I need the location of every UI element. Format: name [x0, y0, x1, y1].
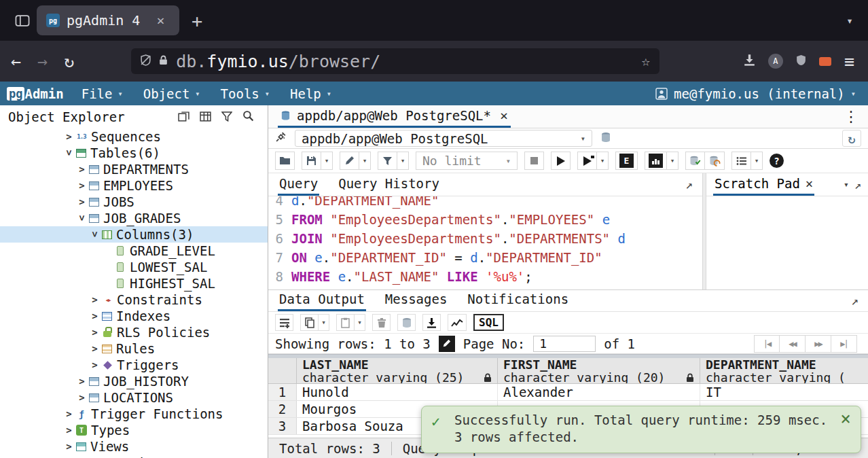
tree-item-countries[interactable]: >countries: [0, 455, 268, 458]
paste-options-button[interactable]: ▾: [355, 314, 365, 331]
tree-item-job-history[interactable]: >JOB_HISTORY: [0, 373, 268, 389]
scratch-pad-close-icon[interactable]: ×: [806, 176, 813, 191]
sql-popup-button[interactable]: SQL: [473, 314, 504, 331]
new-connection-icon[interactable]: [600, 132, 611, 145]
browser-view-icon[interactable]: [15, 15, 30, 27]
download-results-button[interactable]: [422, 314, 441, 331]
collapse-all-icon[interactable]: [178, 109, 189, 124]
tree-expand-icon[interactable]: >: [63, 131, 75, 142]
tree-item-rules[interactable]: >Rules: [0, 340, 268, 357]
tree-item-tables-6-[interactable]: >Tables(6): [0, 145, 268, 161]
tree-item-triggers[interactable]: >Triggers: [0, 357, 268, 373]
tree-expand-icon[interactable]: >: [89, 343, 101, 354]
tree-expand-icon[interactable]: >: [63, 408, 75, 419]
tree-expand-icon[interactable]: >: [76, 180, 88, 191]
tab-query[interactable]: Query: [278, 174, 319, 196]
macros-options-button[interactable]: ▾: [751, 152, 763, 170]
last-page-button[interactable]: ▶|: [831, 335, 857, 353]
tree-expand-icon[interactable]: >: [76, 164, 88, 175]
column-header-last_name[interactable]: LAST_NAMEcharacter varying (25): [297, 358, 498, 383]
tree-expand-icon[interactable]: >: [76, 376, 88, 387]
url-bar[interactable]: db.fymio.us/browser/ ☆: [131, 48, 659, 74]
column-header-department_name[interactable]: DEPARTMENT_NAMEcharacter varying (: [700, 358, 868, 383]
filter-icon[interactable]: [221, 109, 232, 124]
help-button[interactable]: ?: [770, 154, 784, 168]
edit-button[interactable]: [340, 152, 359, 170]
tree-expand-icon[interactable]: >: [76, 392, 88, 403]
execute-options-button[interactable]: ▾: [597, 152, 609, 170]
save-button[interactable]: [302, 152, 321, 170]
tab-close-icon[interactable]: ×: [500, 107, 508, 124]
row-number[interactable]: 3: [268, 418, 297, 434]
tree-item-lowest-sal[interactable]: >LOWEST_SAL: [0, 259, 268, 275]
column-header-first_name[interactable]: FIRST_NAMEcharacter varying (20): [498, 358, 700, 383]
tree-item-columns-3-[interactable]: >Columns(3): [0, 226, 268, 243]
tree-expand-icon[interactable]: >: [76, 196, 88, 207]
menu-object[interactable]: Object▾: [143, 86, 200, 101]
tab-close-icon[interactable]: ×: [156, 12, 164, 29]
chevron-down-icon[interactable]: ▾: [844, 179, 849, 190]
tree-item-grade-level[interactable]: >GRADE_LEVEL: [0, 243, 268, 259]
back-button[interactable]: ←: [11, 52, 21, 71]
cancel-query-button[interactable]: [524, 152, 544, 170]
save-options-button[interactable]: ▾: [321, 152, 333, 170]
commit-button[interactable]: [685, 152, 705, 170]
tree-collapse-icon[interactable]: >: [90, 229, 101, 241]
connection-select[interactable]: appdb/app@Web PostgreSQL ▾: [295, 130, 592, 147]
tree-item-job-grades[interactable]: >JOB_GRADES: [0, 210, 268, 226]
tab-data-output[interactable]: Data Output: [278, 289, 366, 311]
search-icon[interactable]: [242, 109, 254, 124]
new-tab-button[interactable]: +: [192, 10, 202, 31]
tree-item-types[interactable]: >Types: [0, 422, 268, 438]
add-row-button[interactable]: [275, 314, 293, 331]
scratch-pad-tab[interactable]: Scratch Pad ×: [713, 173, 814, 196]
bookmark-star-icon[interactable]: ☆: [642, 53, 651, 69]
tree-item-views[interactable]: >Views: [0, 438, 268, 455]
toast-close-icon[interactable]: ×: [840, 410, 851, 427]
first-page-button[interactable]: |◀: [754, 335, 780, 353]
tree-expand-icon[interactable]: >: [63, 425, 75, 436]
tree-expand-icon[interactable]: >: [89, 294, 101, 305]
copy-button[interactable]: [300, 314, 319, 331]
select-all-corner[interactable]: [268, 358, 297, 383]
menu-hamburger-icon[interactable]: ≡: [844, 52, 854, 71]
pgadmin-logo[interactable]: pgAdmin: [7, 86, 64, 101]
tree-item-rls-policies[interactable]: >RLS Policies: [0, 324, 268, 340]
tree-expand-icon[interactable]: >: [89, 311, 101, 321]
grid-cell[interactable]: Hunold: [297, 384, 498, 400]
execute-button[interactable]: [551, 152, 571, 170]
tab-query-history[interactable]: Query History: [337, 174, 441, 196]
tree-item-trigger-functions[interactable]: >Trigger Functions: [0, 406, 268, 422]
tree-collapse-icon[interactable]: >: [64, 147, 75, 159]
edit-range-button[interactable]: [439, 336, 455, 352]
connection-status-icon[interactable]: [275, 131, 287, 145]
tree-item-jobs[interactable]: >JOBS: [0, 194, 268, 210]
explain-button[interactable]: E: [615, 152, 638, 170]
tab-list-chevron-icon[interactable]: ▾: [846, 14, 860, 27]
tree-item-indexes[interactable]: >Indexes: [0, 308, 268, 324]
forward-button[interactable]: →: [37, 52, 48, 71]
row-number[interactable]: 1: [268, 384, 297, 400]
lock-icon[interactable]: [159, 55, 168, 68]
tree-item-sequences[interactable]: >Sequences: [0, 128, 268, 145]
query-tool-tab[interactable]: appdb/app@Web PostgreSQL* ×: [278, 105, 511, 128]
previous-page-button[interactable]: ◀◀: [780, 335, 806, 353]
tree-item-departments[interactable]: >DEPARTMENTS: [0, 161, 268, 177]
tree-expand-icon[interactable]: >: [89, 359, 101, 370]
scratch-pad-body[interactable]: [706, 196, 868, 289]
tab-messages[interactable]: Messages: [384, 289, 449, 311]
grid-cell[interactable]: Alexander: [498, 384, 700, 400]
screen-share-indicator-icon[interactable]: [819, 57, 831, 66]
tree-item-highest-sal[interactable]: >HIGHEST_SAL: [0, 275, 268, 292]
grid-view-icon[interactable]: [200, 109, 211, 124]
row-number[interactable]: 2: [268, 401, 297, 417]
panel-menu-dots-icon[interactable]: ⋮: [844, 108, 864, 125]
explain-options-button[interactable]: ▾: [667, 152, 679, 170]
save-data-button[interactable]: [397, 314, 416, 331]
extension-shield-icon[interactable]: [796, 54, 806, 69]
reconnect-button[interactable]: ↻: [842, 130, 861, 147]
filter-button[interactable]: [378, 152, 397, 170]
open-file-button[interactable]: [275, 152, 295, 170]
paste-button[interactable]: [336, 314, 355, 331]
limit-select[interactable]: No limit ▾: [416, 152, 518, 170]
